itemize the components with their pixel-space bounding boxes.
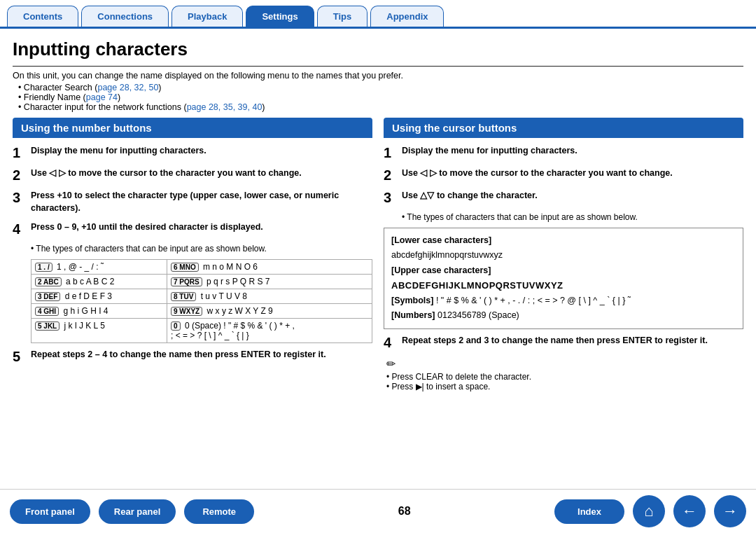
intro-list-item: Character input for the network function… [18,102,743,112]
tab-tips[interactable]: Tips [317,6,368,27]
numbers-chars: 0123456789 (Space) [438,310,519,320]
step-text: Use ◁ ▷ to move the cursor to the charac… [402,167,673,180]
table-note: The types of characters that can be inpu… [31,244,372,254]
char-type-note: The types of characters that can be inpu… [402,212,743,222]
note-1: Press CLEAR to delete the character. [386,372,743,382]
step-text: Display the menu for inputting character… [402,145,578,158]
rear-panel-button[interactable]: Rear panel [99,499,176,524]
right-section-header: Using the cursor buttons [384,118,743,138]
step-number: 4 [13,221,25,237]
step-number: 1 [384,145,396,160]
symbols-label: [Symbols] [391,296,433,305]
table-row: 1 . / 1 , @ - _ / : ˜ 6 MNO m n o M N O … [31,260,372,275]
tab-playback[interactable]: Playback [172,6,243,27]
front-panel-button[interactable]: Front panel [10,499,90,524]
tab-appendix[interactable]: Appendix [370,6,444,27]
step-text: Press 0 – 9, +10 until the desired chara… [31,221,263,234]
index-button[interactable]: Index [554,499,624,524]
step-number: 5 [13,349,25,364]
step-text: Press +10 to select the character type (… [31,190,372,214]
page-title: Inputting characters [13,39,743,60]
table-row: 2 ABC a b c A B C 2 7 PQRS p q r s P Q R… [31,275,372,289]
intro-list-item: Friendly Name (page 74) [18,92,743,102]
upper-case-label: [Upper case characters] [391,265,491,275]
symbols-chars: ! " # $ % & ' ( ) * + , - . / : ; < = > … [436,296,631,305]
step-number: 1 [13,145,25,160]
step-text: Repeat steps 2 – 4 to change the name th… [31,349,326,361]
main-content: Inputting characters On this unit, you c… [0,29,756,392]
step-number: 2 [13,167,25,183]
table-row: 3 DEF d e f D E F 3 8 TUV t u v T U V 8 [31,289,372,304]
step-number: 3 [13,190,25,205]
step-text: Use △▽ to change the character. [402,190,538,202]
step-text: Use ◁ ▷ to move the cursor to the charac… [31,167,302,180]
tab-connections[interactable]: Connections [81,6,169,27]
step-1-left: 1 Display the menu for inputting charact… [13,145,372,160]
back-button[interactable]: ← [673,495,706,527]
step-number: 3 [384,190,396,205]
two-column-layout: Using the number buttons 1 Display the m… [13,118,743,392]
step-1-right: 1 Display the menu for inputting charact… [384,145,743,160]
step-text: Display the menu for inputting character… [31,145,206,158]
step-4-right: 4 Repeat steps 2 and 3 to change the nam… [384,335,743,350]
link-char-search[interactable]: page 28, 32, 50 [97,83,158,92]
step-number: 4 [384,335,396,350]
tab-contents[interactable]: Contents [7,6,78,27]
left-section-header: Using the number buttons [13,118,372,138]
home-button[interactable]: ⌂ [633,495,665,527]
step-4-left: 4 Press 0 – 9, +10 until the desired cha… [13,221,372,237]
table-row: 4 GHI g h i G H I 4 9 WXYZ w x y z W X Y… [31,304,372,319]
link-friendly-name[interactable]: page 74 [86,92,118,102]
upper-case-chars: ABCDEFGHIJKLMNOPQRSTUVWXYZ [391,280,564,291]
step-2-left: 2 Use ◁ ▷ to move the cursor to the char… [13,167,372,183]
forward-button[interactable]: → [714,495,746,527]
note-2: Press ▶| to insert a space. [386,382,743,392]
step-3-left: 3 Press +10 to select the character type… [13,190,372,214]
character-box: [Lower case characters] abcdefghijklmnop… [384,228,743,329]
bottom-navigation: Front panel Rear panel Remote 68 Index ⌂… [0,489,756,533]
character-table: 1 . / 1 , @ - _ / : ˜ 6 MNO m n o M N O … [31,259,372,343]
link-network-funcs[interactable]: page 28, 35, 39, 40 [187,102,262,112]
tab-settings[interactable]: Settings [246,6,314,27]
lower-case-label: [Lower case characters] [391,235,491,245]
remote-button[interactable]: Remote [184,499,254,524]
intro-text: On this unit, you can change the name di… [13,71,743,81]
table-row: 5 JKL j k l J K L 5 0 0 (Space) ! " # $ … [31,319,372,343]
intro-list-item: Character Search (page 28, 32, 50) [18,83,743,92]
step-3-right: 3 Use △▽ to change the character. [384,190,743,205]
numbers-label: [Numbers] [391,310,435,320]
left-column: Using the number buttons 1 Display the m… [13,118,372,392]
step-5-left: 5 Repeat steps 2 – 4 to change the name … [13,349,372,364]
right-column: Using the cursor buttons 1 Display the m… [384,118,743,392]
step-text: Repeat steps 2 and 3 to change the name … [402,335,708,347]
intro-list: Character Search (page 28, 32, 50) Frien… [18,83,743,112]
step-2-right: 2 Use ◁ ▷ to move the cursor to the char… [384,167,743,183]
top-navigation: Contents Connections Playback Settings T… [0,0,756,29]
lower-case-chars: abcdefghijklmnopqrstuvwxyz [391,250,503,260]
step-number: 2 [384,167,396,183]
page-number: 68 [262,505,546,518]
pencil-icon: ✏ [386,357,743,371]
